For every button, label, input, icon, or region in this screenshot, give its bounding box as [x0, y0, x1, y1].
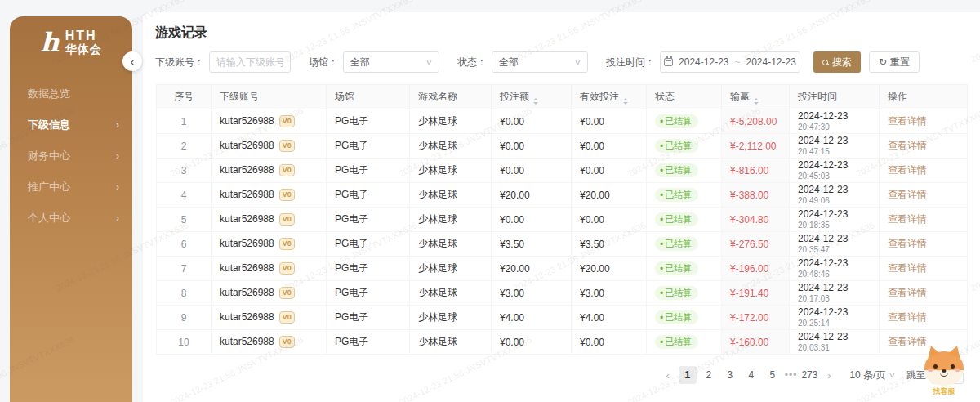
- sidebar-item-label: 下级信息: [28, 118, 70, 132]
- status-label: 已结算: [665, 214, 692, 225]
- sort-icon[interactable]: [623, 98, 628, 105]
- page-number-button[interactable]: 4: [742, 366, 760, 384]
- table-row: 5kutar526988V0PG电子少林足球¥0.00¥0.00•已结算¥-30…: [157, 208, 968, 232]
- status-badge: •已结算: [655, 114, 698, 128]
- cell-status: •已结算: [647, 183, 722, 208]
- cell-venue: PG电子: [327, 109, 410, 134]
- vip-level-badge: V0: [279, 238, 295, 250]
- column-header: 操作: [880, 85, 968, 109]
- table-row: 8kutar526988V0PG电子少林足球¥3.00¥3.00•已结算¥-19…: [157, 281, 968, 306]
- cell-venue: PG电子: [327, 330, 410, 355]
- cell-game: 少林足球: [410, 159, 492, 183]
- caret-up-icon: [533, 98, 538, 100]
- page-number-button[interactable]: 273: [800, 366, 818, 384]
- account-filter-label: 下级账号：: [155, 56, 204, 69]
- view-details-link[interactable]: 查看详情: [888, 140, 927, 151]
- column-header-label: 投注额: [500, 91, 529, 102]
- sidebar-item-label: 数据总览: [28, 87, 70, 101]
- cell-bet-time: 2024-12-2320:47:30: [790, 109, 880, 134]
- bet-date: 2024-12-23: [798, 135, 871, 147]
- sidebar-item-label: 财务中心: [28, 149, 70, 163]
- cell-index: 10: [157, 330, 212, 355]
- cell-winloss: ¥-276.50: [722, 232, 790, 257]
- account-input[interactable]: [209, 51, 291, 73]
- sidebar-item[interactable]: 数据总览: [10, 78, 132, 109]
- cell-winloss: ¥-2,112.00: [722, 134, 790, 159]
- date-end: 2024-12-23: [746, 56, 796, 68]
- sidebar-collapse-button[interactable]: ‹: [122, 51, 142, 71]
- cell-index: 8: [157, 281, 212, 306]
- cell-action: 查看详情: [880, 257, 968, 281]
- bet-date: 2024-12-23: [798, 184, 871, 196]
- reset-button[interactable]: ↻ 重置: [869, 51, 920, 73]
- view-details-link[interactable]: 查看详情: [888, 336, 927, 347]
- cell-status: •已结算: [647, 208, 722, 232]
- status-badge: •已结算: [655, 139, 698, 153]
- view-details-link[interactable]: 查看详情: [888, 311, 927, 323]
- cell-venue: PG电子: [327, 159, 410, 183]
- sidebar-item[interactable]: 个人中心›: [10, 203, 132, 234]
- account-name: kutar526988: [220, 238, 274, 249]
- cell-account: kutar526988V0: [212, 306, 327, 330]
- search-button[interactable]: 搜索: [813, 51, 861, 73]
- cell-bet: ¥0.00: [492, 208, 572, 232]
- cell-game: 少林足球: [410, 281, 492, 306]
- cell-index: 7: [157, 257, 212, 281]
- status-select[interactable]: 全部 ∨: [492, 51, 588, 73]
- page-number-button[interactable]: 3: [721, 366, 739, 384]
- view-details-link[interactable]: 查看详情: [888, 287, 927, 298]
- view-details-link[interactable]: 查看详情: [888, 115, 927, 127]
- cell-game: 少林足球: [410, 134, 492, 159]
- account-name: kutar526988: [220, 140, 274, 151]
- status-badge: •已结算: [655, 188, 698, 202]
- cell-game: 少林足球: [410, 232, 492, 257]
- sidebar-item[interactable]: 推广中心›: [10, 172, 132, 203]
- cell-account: kutar526988V0: [212, 183, 327, 208]
- sidebar-item[interactable]: 财务中心›: [10, 141, 132, 172]
- caret-down-icon: [533, 102, 538, 105]
- view-details-link[interactable]: 查看详情: [888, 262, 927, 274]
- column-header-label: 有效投注: [580, 91, 619, 102]
- venue-select[interactable]: 全部 ∨: [343, 51, 439, 73]
- bet-date: 2024-12-23: [798, 208, 871, 221]
- vip-level-badge: V0: [279, 311, 295, 324]
- status-badge: •已结算: [655, 163, 698, 177]
- account-name: kutar526988: [220, 287, 274, 298]
- cell-action: 查看详情: [880, 306, 968, 330]
- cell-account: kutar526988V0: [212, 134, 327, 159]
- refresh-icon: ↻: [879, 56, 887, 68]
- brand-name: HTH: [65, 29, 102, 43]
- status-label: 已结算: [665, 141, 692, 151]
- status-label: 已结算: [665, 190, 692, 200]
- vip-level-badge: V0: [279, 189, 295, 201]
- cell-index: 6: [157, 232, 212, 257]
- customer-service-mascot[interactable]: 找客服: [918, 351, 970, 397]
- prev-page-button[interactable]: ‹: [659, 366, 677, 384]
- sort-icon[interactable]: [754, 98, 759, 105]
- view-details-link[interactable]: 查看详情: [888, 189, 927, 200]
- bet-date: 2024-12-23: [798, 282, 871, 294]
- view-details-link[interactable]: 查看详情: [888, 213, 927, 225]
- cell-bet: ¥3.00: [492, 281, 572, 306]
- cell-index: 9: [157, 306, 212, 330]
- cell-bet-time: 2024-12-2320:18:35: [790, 208, 880, 232]
- page-size-select[interactable]: 10 条/页∨: [849, 368, 895, 382]
- date-range-picker[interactable]: 2024-12-23 ~ 2024-12-23: [660, 51, 800, 73]
- cell-status: •已结算: [647, 159, 722, 183]
- page-title: 游戏记录: [155, 25, 980, 42]
- page-number-button[interactable]: 5: [764, 366, 782, 384]
- mascot-label: 找客服: [918, 386, 970, 397]
- page-number-button[interactable]: 2: [700, 366, 718, 384]
- sort-icon[interactable]: [533, 98, 538, 105]
- view-details-link[interactable]: 查看详情: [888, 238, 927, 249]
- sidebar-item[interactable]: 下级信息›: [10, 109, 132, 141]
- cell-bet: ¥0.00: [492, 330, 572, 355]
- next-page-button[interactable]: ›: [820, 366, 838, 384]
- cell-winloss: ¥-160.00: [722, 330, 790, 355]
- cell-valid-bet: ¥20.00: [572, 257, 647, 281]
- vip-level-badge: V0: [279, 287, 295, 299]
- page-number-button[interactable]: 1: [679, 366, 697, 384]
- view-details-link[interactable]: 查看详情: [888, 164, 927, 176]
- bet-date: 2024-12-23: [798, 306, 871, 319]
- column-header-label: 序号: [174, 91, 194, 102]
